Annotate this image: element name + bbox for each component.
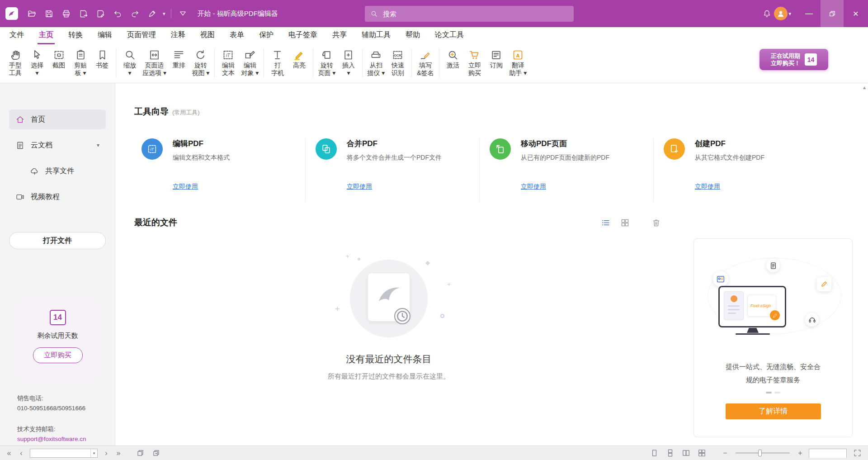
ribbon-insert[interactable]: 插入▾ xyxy=(338,47,359,77)
main-panel: ▴ 工具向导 (常用工具) iT 编辑PDF 编辑文档和文本格式 立即使用 xyxy=(115,83,868,446)
minimize-button[interactable]: — xyxy=(797,0,821,27)
ribbon-buy-now[interactable]: 立即购买 xyxy=(464,47,486,77)
menu-accessibility[interactable]: 辅助工具 xyxy=(360,27,392,44)
last-page-icon[interactable]: » xyxy=(115,449,122,457)
ribbon-reflow[interactable]: 重排 xyxy=(168,47,190,70)
restore-button[interactable] xyxy=(821,0,844,27)
menu-edit[interactable]: 编辑 xyxy=(96,27,113,44)
ribbon-rotate-view[interactable]: 旋转视图 ▾ xyxy=(190,47,212,77)
menu-view[interactable]: 视图 xyxy=(199,27,216,44)
ribbon-rotate-pages[interactable]: 旋转页面 ▾ xyxy=(316,47,338,77)
single-page-view-icon[interactable] xyxy=(649,448,660,459)
sidebar-item-video-tutorials[interactable]: 视频教程 xyxy=(9,187,106,207)
ribbon-zoom[interactable]: 缩放▾ xyxy=(119,47,141,77)
buy-now-button[interactable]: 立即购买 xyxy=(33,347,83,363)
snapshot-copy-icon[interactable] xyxy=(135,448,146,459)
ribbon-ocr[interactable]: OCR 快速识别 xyxy=(387,47,409,77)
menu-paper-tools[interactable]: 论文工具 xyxy=(434,27,465,44)
sidebar-item-shared-files[interactable]: 共享文件 xyxy=(9,161,106,181)
carousel-dot[interactable] xyxy=(766,392,772,394)
menu-home[interactable]: 主页 xyxy=(38,27,55,44)
menu-file[interactable]: 文件 xyxy=(8,27,25,44)
ribbon-edit-text[interactable]: iT 编辑文本 xyxy=(217,47,239,77)
use-now-link[interactable]: 立即使用 xyxy=(695,183,720,191)
first-page-icon[interactable]: « xyxy=(5,449,13,457)
use-now-link[interactable]: 立即使用 xyxy=(521,183,546,191)
ribbon-clipboard[interactable]: 剪贴板 ▾ xyxy=(70,47,91,77)
save-icon[interactable] xyxy=(42,5,56,22)
search-bar[interactable] xyxy=(365,6,574,22)
open-file-button[interactable]: 打开文件 xyxy=(9,232,106,249)
card-merge-pdf: 合并PDF 将多个文件合并生成一个PDF文件 立即使用 xyxy=(316,138,469,191)
ribbon-bookmark[interactable]: 书签 xyxy=(91,47,113,70)
menu-form[interactable]: 表单 xyxy=(228,27,245,44)
sidebar-item-cloud-docs[interactable]: 云文档 ▾ xyxy=(9,135,106,155)
edit-pdf-icon: iT xyxy=(142,138,163,160)
zoom-level-input[interactable] xyxy=(809,450,846,458)
zoom-slider-thumb[interactable] xyxy=(758,450,762,456)
convert-file-icon[interactable] xyxy=(93,5,108,22)
page-dropdown-icon[interactable]: ▾ xyxy=(90,449,97,457)
ribbon-hand-tool[interactable]: 手型工具 xyxy=(5,47,26,77)
menu-comment[interactable]: 注释 xyxy=(170,27,187,44)
close-button[interactable]: × xyxy=(844,0,868,27)
user-avatar[interactable] xyxy=(774,7,788,20)
learn-more-button[interactable]: 了解详情 xyxy=(726,403,821,419)
clear-recent-trash-icon[interactable] xyxy=(650,217,662,228)
next-page-icon[interactable]: › xyxy=(103,449,110,457)
esign-caret-icon[interactable]: ▾ xyxy=(162,11,166,17)
ribbon-subscribe[interactable]: 订阅 xyxy=(486,47,507,70)
menu-protect[interactable]: 保护 xyxy=(258,27,275,44)
menu-esign[interactable]: 电子签章 xyxy=(287,27,319,44)
carousel-dot[interactable] xyxy=(774,392,780,394)
undo-icon[interactable] xyxy=(110,5,125,22)
ribbon-typewriter[interactable]: 打字机 xyxy=(267,47,288,77)
trial-buy-badge[interactable]: 正在试用期 立即购买！ 14 xyxy=(760,49,828,70)
continuous-view-icon[interactable] xyxy=(665,448,675,459)
use-now-link[interactable]: 立即使用 xyxy=(347,183,372,191)
ribbon-translate-assistant[interactable]: A 翻译助手 ▾ xyxy=(507,47,529,77)
grid-view-icon[interactable] xyxy=(619,217,631,228)
fullscreen-icon[interactable] xyxy=(852,448,863,459)
menu-page-organize[interactable]: 页面管理 xyxy=(126,27,157,44)
account-caret-icon[interactable]: ▾ xyxy=(788,11,792,17)
ribbon-separator xyxy=(116,48,116,77)
search-input[interactable] xyxy=(382,9,568,18)
cloud-caret-icon[interactable]: ▾ xyxy=(97,142,99,148)
zoom-out-icon[interactable]: − xyxy=(722,449,729,457)
list-view-icon[interactable] xyxy=(599,217,612,228)
print-icon[interactable] xyxy=(59,5,73,22)
ribbon-fit-options[interactable]: 页面适应选项 ▾ xyxy=(141,47,168,77)
continuous-facing-view-icon[interactable] xyxy=(696,448,707,459)
support-email-link[interactable]: support@foxitsoftware.cn xyxy=(17,434,86,444)
menu-help[interactable]: 帮助 xyxy=(404,27,421,44)
home-icon xyxy=(15,115,25,124)
esign-illustration: Foxit eSign xyxy=(694,239,852,347)
page-number-input[interactable] xyxy=(30,449,90,457)
ribbon-highlight[interactable]: 高亮 xyxy=(288,47,310,70)
ribbon-edit-object[interactable]: 编辑对象 ▾ xyxy=(239,47,261,77)
sidebar-item-home[interactable]: 首页 xyxy=(9,109,106,129)
ribbon-fill-sign[interactable]: 填写&签名 xyxy=(415,47,436,77)
use-now-link[interactable]: 立即使用 xyxy=(173,183,198,191)
card-title: 编辑PDF xyxy=(173,138,230,149)
notifications-bell-icon[interactable] xyxy=(760,5,774,22)
zoom-slider[interactable] xyxy=(736,452,790,454)
redo-icon[interactable] xyxy=(127,5,142,22)
facing-view-icon[interactable] xyxy=(680,448,691,459)
menu-share[interactable]: 共享 xyxy=(331,27,348,44)
open-file-icon[interactable] xyxy=(24,5,39,22)
zoom-in-icon[interactable]: + xyxy=(797,449,804,457)
ribbon-snapshot[interactable]: 截图 xyxy=(48,47,70,70)
esign-pen-icon[interactable] xyxy=(145,5,159,22)
scrollbar-up-icon[interactable]: ▴ xyxy=(863,84,866,90)
prev-page-icon[interactable]: ‹ xyxy=(18,449,25,457)
zoom-icon xyxy=(124,48,136,62)
clipboard-copy-icon[interactable] xyxy=(151,448,161,459)
ribbon-select[interactable]: 选择▾ xyxy=(26,47,48,77)
ribbon-from-scanner[interactable]: 从扫描仪 ▾ xyxy=(365,47,387,77)
ribbon-activate[interactable]: 激活 xyxy=(442,47,464,70)
customize-toolbar-icon[interactable] xyxy=(176,5,190,22)
export-pdf-icon[interactable] xyxy=(76,5,90,22)
menu-convert[interactable]: 转换 xyxy=(67,27,84,44)
